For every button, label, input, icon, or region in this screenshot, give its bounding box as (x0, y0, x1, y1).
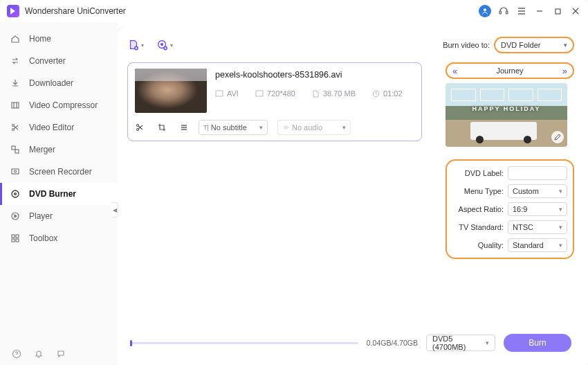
sidebar-item-screen-recorder[interactable]: Screen Recorder (0, 161, 118, 183)
sidebar-item-merger[interactable]: Merger (0, 139, 118, 161)
quality-select[interactable]: Standard▾ (508, 238, 567, 252)
theme-graphic (470, 122, 537, 140)
dvd-settings-panel: DVD Label: Menu Type: Custom▾ Aspect Rat… (445, 159, 574, 259)
converter-icon (10, 55, 21, 66)
file-card[interactable]: pexels-koolshooters-8531896.avi AVI 720*… (127, 62, 422, 141)
add-file-button[interactable]: ▾ (127, 37, 144, 53)
sidebar-item-toolbox[interactable]: Toolbox (0, 227, 118, 249)
merger-icon (10, 144, 21, 155)
svg-rect-14 (15, 150, 19, 153)
file-size: 38.70 MB (312, 89, 356, 98)
burn-button[interactable]: Burn (504, 334, 571, 352)
download-icon (10, 78, 21, 89)
chevron-down-icon: ▾ (141, 42, 144, 48)
sidebar-label: Player (29, 211, 53, 221)
svg-rect-30 (256, 91, 263, 96)
theme-next-button[interactable]: » (562, 66, 567, 76)
user-account-icon[interactable] (479, 5, 491, 17)
main-panel: ▾ ▾ Burn video to: DVD Folder ▾ (118, 26, 584, 361)
sidebar-item-home[interactable]: Home (0, 28, 118, 50)
chevron-down-icon: ▾ (170, 42, 173, 48)
file-resolution: 720*480 (255, 89, 295, 98)
sidebar-item-compressor[interactable]: Video Compressor (0, 94, 118, 116)
tv-standard-label: TV Standard: (452, 223, 504, 231)
load-disc-button[interactable]: ▾ (156, 37, 173, 53)
svg-point-27 (161, 44, 163, 46)
sidebar-label: DVD Burner (29, 189, 76, 199)
trim-button[interactable] (135, 123, 145, 132)
sidebar-label: Video Compressor (29, 100, 98, 110)
toolbox-icon (10, 233, 21, 244)
svg-rect-2 (506, 11, 508, 14)
help-icon[interactable] (11, 348, 22, 359)
subtitle-select[interactable]: T| No subtitle ▾ (199, 120, 268, 135)
tv-standard-select[interactable]: NTSC▾ (508, 220, 567, 234)
close-button[interactable] (570, 6, 581, 17)
svg-point-17 (12, 190, 19, 197)
theme-edit-button[interactable] (551, 131, 564, 143)
svg-rect-1 (499, 11, 502, 14)
svg-point-16 (15, 170, 17, 172)
sidebar-item-video-editor[interactable]: Video Editor (0, 116, 118, 139)
theme-prev-button[interactable]: « (452, 66, 457, 76)
home-icon (10, 33, 21, 44)
svg-rect-22 (12, 239, 15, 242)
support-icon[interactable] (498, 6, 509, 17)
svg-rect-7 (555, 9, 560, 14)
titlebar: Wondershare UniConverter (0, 0, 588, 22)
quality-label: Quality: (452, 241, 504, 249)
burn-to-label: Burn video to: (443, 41, 490, 49)
crop-button[interactable] (157, 123, 167, 132)
body: Home Converter Downloader Video Compress… (0, 22, 588, 365)
svg-rect-29 (216, 91, 223, 96)
audio-select[interactable]: No audio ▾ (277, 120, 351, 135)
feedback-icon[interactable] (55, 348, 66, 359)
svg-point-0 (484, 8, 486, 11)
svg-point-18 (15, 193, 17, 195)
sidebar-item-dvd-burner[interactable]: DVD Burner (0, 183, 118, 205)
screen-recorder-icon (10, 166, 21, 177)
burn-to-value: DVD Folder (501, 41, 540, 49)
scissors-icon (10, 122, 21, 133)
theme-overlay-text: HAPPY HOLIDAY (445, 105, 567, 112)
aspect-ratio-select[interactable]: 16:9▾ (508, 202, 567, 216)
notification-icon[interactable] (33, 348, 44, 359)
menu-icon[interactable] (516, 6, 527, 17)
disc-icon (10, 188, 21, 199)
sidebar-label: Converter (29, 56, 66, 66)
sidebar-label: Home (29, 34, 51, 44)
size-progress (130, 342, 358, 344)
burn-to-select[interactable]: DVD Folder ▾ (494, 37, 574, 53)
size-text: 0.04GB/4.70GB (367, 339, 418, 347)
sidebar-item-downloader[interactable]: Downloader (0, 72, 118, 94)
minimize-button[interactable] (534, 6, 545, 17)
sidebar-item-converter[interactable]: Converter (0, 50, 118, 72)
svg-rect-15 (12, 169, 19, 174)
svg-rect-10 (12, 103, 19, 108)
dvd-label-input[interactable] (508, 166, 567, 180)
video-thumbnail[interactable] (135, 69, 207, 113)
file-name: pexels-koolshooters-8531896.avi (215, 70, 414, 80)
svg-rect-23 (16, 239, 19, 242)
theme-navigator: « Journey » (445, 62, 574, 79)
disc-type-select[interactable]: DVD5 (4700MB) ▾ (426, 335, 495, 351)
menu-type-select[interactable]: Custom▾ (508, 184, 567, 198)
dvd-label-label: DVD Label: (452, 169, 504, 177)
toolbar: ▾ ▾ Burn video to: DVD Folder ▾ (127, 33, 574, 57)
menu-type-label: Menu Type: (452, 187, 504, 195)
sidebar-label: Toolbox (29, 233, 57, 243)
sidebar: Home Converter Downloader Video Compress… (0, 22, 118, 365)
right-panel: « Journey » HAPPY HOLIDAY DVD Label: (445, 62, 574, 330)
sidebar-label: Video Editor (29, 123, 74, 132)
theme-preview[interactable]: HAPPY HOLIDAY (445, 83, 567, 147)
footer: 0.04GB/4.70GB DVD5 (4700MB) ▾ Burn (127, 330, 574, 355)
sidebar-label: Merger (29, 145, 55, 154)
chevron-down-icon: ▾ (342, 124, 346, 131)
app-logo-icon (7, 5, 19, 17)
maximize-button[interactable] (552, 6, 563, 17)
sidebar-label: Downloader (29, 78, 73, 88)
compressor-icon (10, 100, 21, 111)
effects-button[interactable] (179, 123, 189, 132)
sidebar-item-player[interactable]: Player (0, 205, 118, 227)
sidebar-collapse-button[interactable]: ◀ (111, 202, 118, 217)
